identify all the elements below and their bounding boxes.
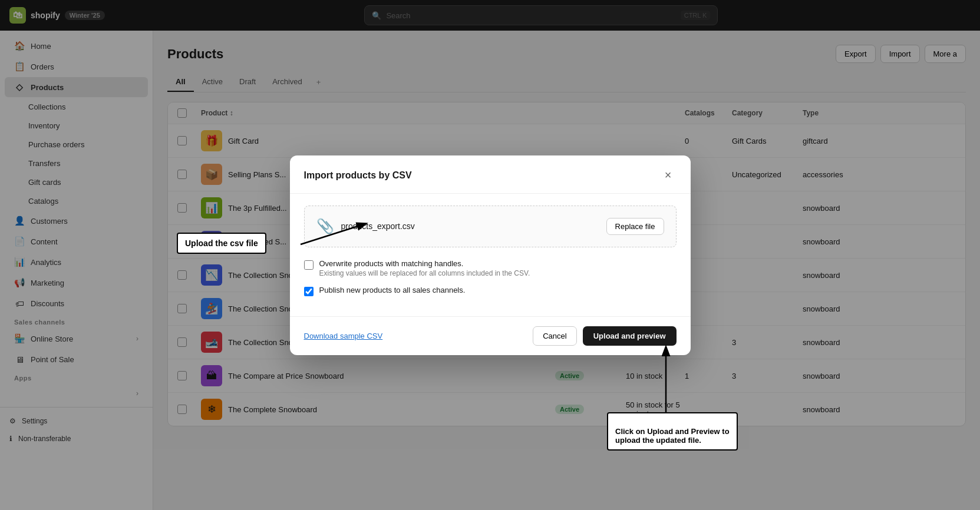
- modal-title: Import products by CSV: [304, 170, 412, 181]
- publish-checkbox-row: Publish new products to all sales channe…: [304, 286, 677, 296]
- file-upload-zone[interactable]: 📎 products_export.csv Replace file: [304, 206, 677, 247]
- file-name: products_export.csv: [341, 221, 599, 231]
- modal-footer: Download sample CSV Cancel Upload and pr…: [290, 316, 691, 355]
- overwrite-checkbox-row: Overwrite products with matching handles…: [304, 259, 677, 277]
- publish-label: Publish new products to all sales channe…: [319, 286, 466, 294]
- file-icon: 📎: [316, 218, 334, 234]
- upload-and-preview-button[interactable]: Upload and preview: [583, 326, 677, 346]
- overwrite-label: Overwrite products with matching handles…: [319, 259, 530, 277]
- overwrite-sub-text: Existing values will be replaced for all…: [319, 269, 530, 277]
- publish-label-text: Publish new products to all sales channe…: [319, 286, 466, 294]
- overwrite-label-text: Overwrite products with matching handles…: [319, 259, 530, 268]
- modal-body: 📎 products_export.csv Replace file Overw…: [290, 194, 691, 316]
- replace-file-button[interactable]: Replace file: [606, 218, 664, 235]
- cancel-button[interactable]: Cancel: [533, 326, 576, 346]
- overwrite-checkbox[interactable]: [304, 260, 314, 270]
- modal-close-button[interactable]: ×: [660, 167, 677, 184]
- download-sample-csv-link[interactable]: Download sample CSV: [304, 332, 383, 340]
- modal-overlay: Import products by CSV × 📎 products_expo…: [0, 0, 980, 510]
- publish-checkbox[interactable]: [304, 287, 314, 296]
- modal-footer-actions: Cancel Upload and preview: [533, 326, 676, 346]
- import-csv-modal: Import products by CSV × 📎 products_expo…: [290, 155, 691, 355]
- modal-header: Import products by CSV ×: [290, 155, 691, 194]
